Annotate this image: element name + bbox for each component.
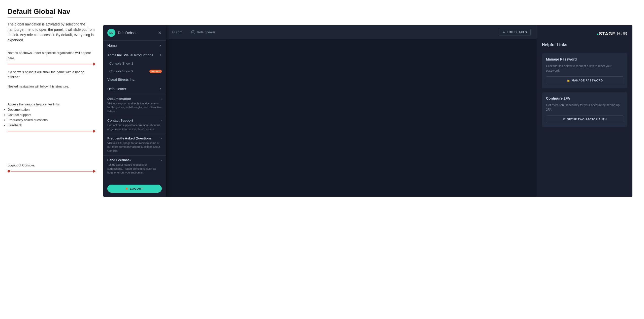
manage-password-button[interactable]: 🔒 MANAGE PASSWORD [546, 76, 623, 84]
avatar: DD [107, 29, 115, 37]
page-title: Default Global Nav [8, 8, 96, 16]
manage-password-label: MANAGE PASSWORD [572, 79, 603, 82]
chevron-up-icon: ∧ [159, 44, 162, 47]
feedback-desc: Tell us about feature requests or sugges… [107, 163, 162, 175]
edit-icon: ✏ [503, 31, 505, 34]
nav-username: Deb Debson [118, 31, 138, 35]
main-content: ail.com ⊙ Role: Viewer ✏ EDIT DETAILS [166, 25, 537, 197]
nav-user: DD Deb Debson [107, 29, 138, 37]
faq-desc: Visit our FAQ page for answers to some o… [107, 141, 162, 153]
top-bar-left: ail.com ⊙ Role: Viewer [172, 30, 215, 34]
annotation-help-item-3: Frequently asked questions [8, 118, 96, 123]
org-1-name: Acme Inc. Visual Productions [107, 53, 153, 57]
role-badge: ⊙ Role: Viewer [191, 30, 215, 34]
logout-label: LOGOUT [130, 187, 143, 190]
role-label: Role: Viewer [197, 30, 215, 34]
nav-help-center[interactable]: Help Center ∧ [103, 84, 166, 94]
arrow-line-3 [11, 171, 93, 171]
arrow-dot-3 [8, 170, 10, 172]
logo-container: ●STAGE.HUB [542, 31, 627, 37]
annotation-logout: Logout of Console. [8, 163, 96, 173]
chevron-right-icon-3: › [161, 137, 162, 140]
close-icon[interactable]: ✕ [158, 31, 162, 35]
documentation-title: Documentation [107, 97, 131, 101]
faq-title: Frequently Asked Questions [107, 136, 152, 140]
title-divider [8, 17, 53, 18]
annotation-help-item-4: Feedback [8, 123, 96, 128]
nav-contact-support[interactable]: Contact Support › Contact our support to… [103, 116, 166, 134]
nav-feedback-header: Send Feedback › [107, 158, 162, 162]
chevron-right-icon-2: › [161, 119, 162, 122]
chevron-right-icon-4: › [161, 159, 162, 162]
nav-home[interactable]: Home ∧ [103, 41, 166, 51]
nav-org-1[interactable]: Acme Inc. Visual Productions ∧ [103, 51, 166, 60]
logout-dot-icon [126, 188, 128, 190]
logo-dot-icon: ● [597, 32, 599, 36]
annotation-area: Default Global Nav The global navigation… [0, 0, 103, 187]
shield-icon: 🛡 [563, 118, 566, 121]
nav-contact-header: Contact Support › [107, 119, 162, 122]
configure-2fa-desc: Get more robust security for your accoun… [546, 103, 623, 112]
show-1-name: Console Show 1 [109, 62, 133, 65]
chevron-up-icon-3: ∧ [159, 87, 162, 91]
manage-password-desc: Click the link below to request a link t… [546, 64, 623, 73]
annotation-online: If a show is online it will show the nam… [8, 70, 96, 80]
nav-documentation[interactable]: Documentation › Visit our support and te… [103, 94, 166, 116]
annotation-logout-text: Logout of Console. [8, 163, 96, 168]
arrow-line-1 [8, 64, 93, 64]
right-panel: ●STAGE.HUB Helpful Links Manage Password… [537, 25, 632, 197]
annotation-online-text: If a show is online it will show the nam… [8, 70, 96, 80]
online-badge: ONLINE [149, 70, 162, 73]
nav-home-label: Home [107, 44, 117, 48]
edit-details-button[interactable]: ✏ EDIT DETAILS [499, 29, 531, 36]
ui-container: DD Deb Debson ✕ Home ∧ Acme Inc. Visual … [103, 25, 632, 197]
nav-show-2[interactable]: Console Show 2 ONLINE [103, 67, 166, 75]
org-2-name: Visual Effects Inc. [107, 78, 135, 81]
annotation-help-list: Documentation Contact support Frequently… [8, 107, 96, 128]
documentation-desc: Visit our support and technical document… [107, 102, 162, 113]
configure-2fa-card: Configure 2FA Get more robust security f… [542, 92, 627, 127]
logo-suffix: .HUB [616, 31, 627, 36]
annotation-help-title: Access the various help center links. [8, 102, 96, 107]
arrow-head-2 [93, 130, 96, 133]
annotation-nested: Nested navigation will follow this struc… [8, 84, 96, 89]
arrow-line-2 [8, 131, 93, 131]
chevron-up-icon-2: ∧ [159, 53, 162, 57]
nav-panel: DD Deb Debson ✕ Home ∧ Acme Inc. Visual … [103, 25, 166, 197]
configure-2fa-title: Configure 2FA [546, 96, 623, 100]
lock-icon: 🔒 [567, 79, 570, 82]
annotation-nested-text: Nested navigation will follow this struc… [8, 84, 96, 89]
show-2-name: Console Show 2 [109, 69, 133, 73]
nav-faq[interactable]: Frequently Asked Questions › Visit our F… [103, 134, 166, 155]
annotation-org-text: Names of shows under a specific organiza… [8, 50, 96, 61]
page-description: The global navigation is activated by se… [8, 22, 96, 43]
edit-details-label: EDIT DETAILS [507, 31, 527, 34]
logo: ●STAGE.HUB [597, 31, 627, 37]
nav-org-2[interactable]: Visual Effects Inc. [103, 75, 166, 84]
annotation-arrow-2 [8, 130, 96, 133]
setup-2fa-button[interactable]: 🛡 SETUP TWO-FACTOR AUTH [546, 115, 623, 123]
feedback-title: Send Feedback [107, 158, 131, 162]
contact-desc: Contact our support to learn more about … [107, 123, 162, 131]
annotation-help: Access the various help center links. Do… [8, 102, 96, 133]
logout-button[interactable]: LOGOUT [107, 185, 162, 193]
help-center-label: Help Center [107, 87, 126, 91]
annotation-org-names: Names of shows under a specific organiza… [8, 50, 96, 66]
arrow-head-3 [93, 170, 96, 173]
nav-feedback[interactable]: Send Feedback › Tell us about feature re… [103, 155, 166, 177]
user-email: ail.com [172, 30, 182, 34]
arrow-head-1 [93, 63, 96, 66]
annotation-arrow-3 [8, 170, 96, 173]
annotation-help-item-1: Documentation [8, 107, 96, 112]
nav-documentation-header: Documentation › [107, 97, 162, 101]
nav-show-1[interactable]: Console Show 1 [103, 60, 166, 67]
top-bar: ail.com ⊙ Role: Viewer ✏ EDIT DETAILS [166, 25, 537, 39]
setup-2fa-label: SETUP TWO-FACTOR AUTH [567, 118, 607, 121]
helpful-links-title: Helpful Links [542, 43, 627, 47]
manage-password-card: Manage Password Click the link below to … [542, 53, 627, 88]
contact-title: Contact Support [107, 119, 133, 122]
role-icon: ⊙ [191, 30, 195, 34]
annotation-arrow-1 [8, 63, 96, 66]
chevron-right-icon-1: › [161, 97, 162, 100]
manage-password-title: Manage Password [546, 57, 623, 61]
